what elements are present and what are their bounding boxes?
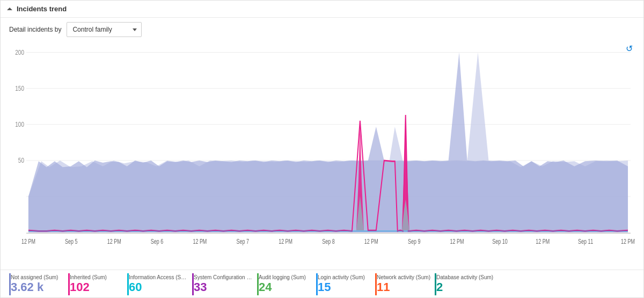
dropdown-value: Control family — [72, 26, 112, 33]
svg-text:Sep 8: Sep 8 — [322, 237, 334, 245]
legend-value: 11 — [377, 280, 430, 294]
legend-value: 3.62 k — [11, 280, 64, 294]
svg-text:Sep 11: Sep 11 — [578, 237, 593, 245]
not-assigned-area-main — [28, 53, 628, 233]
svg-text:Sep 5: Sep 5 — [65, 237, 77, 245]
collapse-icon[interactable] — [7, 8, 12, 10]
legend-label: Information Access (Sum) — [129, 274, 188, 280]
legend-value: 60 — [129, 280, 188, 294]
svg-text:12 PM: 12 PM — [621, 237, 635, 245]
legend-item: System Configuration Mo...33 — [192, 273, 257, 295]
svg-text:100: 100 — [15, 120, 24, 128]
legend-label: System Configuration Mo... — [194, 274, 253, 280]
legend-value: 24 — [259, 280, 312, 294]
svg-text:12 PM: 12 PM — [21, 237, 35, 245]
svg-text:12 PM: 12 PM — [279, 237, 292, 245]
incidents-trend-widget: Incidents trend Detail incidents by Cont… — [0, 0, 644, 298]
widget-header: Incidents trend — [1, 1, 643, 18]
filter-label: Detail incidents by — [9, 26, 61, 33]
legend-item: Not assigned (Sum)3.62 k — [9, 273, 68, 295]
legend-label: Network activity (Sum) — [377, 274, 430, 280]
svg-text:50: 50 — [18, 156, 24, 164]
svg-text:Sep 7: Sep 7 — [237, 237, 249, 245]
legend-item: Inherited (Sum)102 — [68, 273, 127, 295]
legend-label: Login activity (Sum) — [318, 274, 371, 280]
detail-by-dropdown[interactable]: Control family — [67, 22, 142, 37]
legend-item: Audit logging (Sum)24 — [257, 273, 316, 295]
svg-text:200: 200 — [15, 48, 24, 56]
svg-text:Sep 9: Sep 9 — [408, 237, 420, 245]
chart-area: ↺ 200 150 100 50 — [1, 41, 643, 270]
legend-value: 2 — [436, 280, 493, 294]
svg-text:12 PM: 12 PM — [536, 237, 550, 245]
svg-text:150: 150 — [15, 84, 24, 92]
legend-label: Audit logging (Sum) — [259, 274, 312, 280]
svg-text:12 PM: 12 PM — [450, 237, 464, 245]
legend-area: Not assigned (Sum)3.62 kInherited (Sum)1… — [1, 270, 643, 297]
svg-text:Sep 6: Sep 6 — [151, 237, 163, 245]
reset-button[interactable]: ↺ — [626, 43, 633, 54]
legend-item: Network activity (Sum)11 — [375, 273, 435, 295]
legend-label: Not assigned (Sum) — [11, 274, 64, 280]
widget-title: Incidents trend — [17, 5, 67, 13]
legend-value: 15 — [318, 280, 371, 294]
svg-text:Sep 10: Sep 10 — [492, 237, 507, 245]
legend-item: Login activity (Sum)15 — [316, 273, 375, 295]
svg-text:12 PM: 12 PM — [107, 237, 121, 245]
legend-label: Inherited (Sum) — [70, 274, 123, 280]
svg-text:12 PM: 12 PM — [364, 237, 378, 245]
legend-item: Information Access (Sum)60 — [127, 273, 192, 295]
legend-item: Database activity (Sum)2 — [435, 273, 497, 295]
filter-row: Detail incidents by Control family — [1, 18, 643, 41]
dropdown-arrow-icon — [133, 28, 137, 31]
legend-label: Database activity (Sum) — [436, 274, 493, 280]
legend-value: 102 — [70, 280, 123, 294]
svg-text:12 PM: 12 PM — [193, 237, 207, 245]
legend-value: 33 — [194, 280, 253, 294]
chart-svg: 200 150 100 50 12 PM Sep 5 — [9, 41, 635, 270]
